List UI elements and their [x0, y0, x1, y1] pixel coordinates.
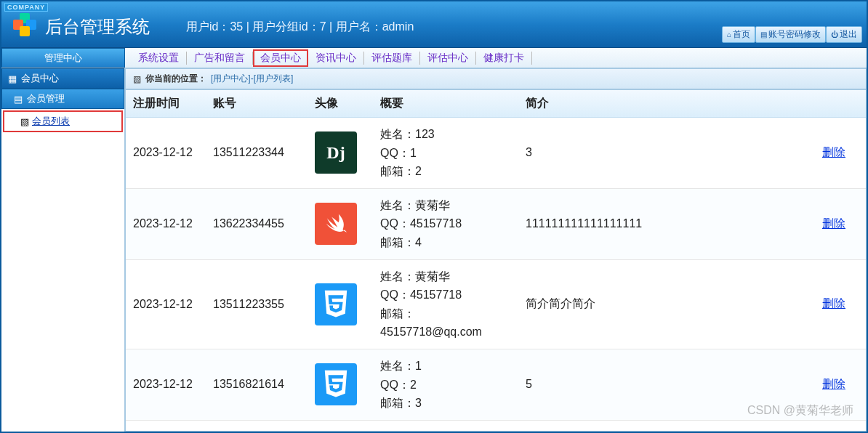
nav-left-label: 管理中心	[1, 48, 125, 68]
cell-action: 删除	[815, 420, 866, 432]
cell-account: 13622334455	[206, 188, 308, 259]
cell-action: 删除	[815, 349, 866, 420]
sidebar: ▦ 会员中心 ▤ 会员管理 ▧ 会员列表	[1, 68, 125, 432]
exit-button[interactable]: ⏻ 退出	[826, 26, 862, 43]
cell-account: 13516821614	[206, 349, 308, 420]
css-avatar-icon	[315, 283, 357, 325]
delete-link[interactable]: 删除	[822, 146, 845, 158]
css-avatar-icon	[315, 363, 357, 405]
cell-action: 删除	[815, 118, 866, 189]
cell-avatar	[308, 349, 373, 420]
col-5	[815, 90, 866, 118]
password-button[interactable]: ▤ 账号密码修改	[755, 26, 826, 43]
cell-time: 2023-12-12	[126, 349, 206, 420]
cell-time: 2023-12-12	[126, 259, 206, 349]
sidebar-group[interactable]: ▤ 会员管理	[1, 89, 124, 109]
cell-summary: 姓名：王五QQ：55555邮箱：555555@qq.com	[373, 420, 518, 432]
col-0: 注册时间	[126, 90, 206, 118]
nav-item-5[interactable]: 评估中心	[420, 52, 476, 65]
home-icon: ⌂	[727, 31, 731, 39]
breadcrumb-prefix: 你当前的位置：	[145, 73, 206, 85]
logo-icon	[13, 13, 36, 36]
nav-item-1[interactable]: 广告和留言	[187, 52, 253, 65]
dj-avatar-icon: Dj	[315, 131, 357, 174]
user-info: 用户id：35 | 用户分组id：7 | 用户名：admin	[186, 20, 414, 35]
top-actions: ⌂ 首页 ▤ 账号密码修改 ⏻ 退出	[722, 26, 862, 43]
cell-account: 13511223355	[206, 259, 308, 349]
cell-avatar	[308, 259, 373, 349]
cell-time: 2023-12-12	[126, 118, 206, 189]
cell-intro: 111111111111111111	[518, 188, 815, 259]
cell-time: 2023-12-12	[126, 420, 206, 432]
grid-icon: ▦	[8, 73, 17, 84]
cell-summary: 姓名：1QQ：2邮箱：3	[373, 349, 518, 420]
cell-avatar	[308, 188, 373, 259]
col-3: 概要	[373, 90, 518, 118]
delete-link[interactable]: 删除	[822, 378, 845, 390]
cell-account: 13511223344	[206, 118, 308, 189]
cell-avatar: Dj	[308, 118, 373, 189]
nav-item-6[interactable]: 健康打卡	[476, 52, 532, 65]
sidebar-group-label: 会员管理	[27, 92, 65, 105]
cell-summary: 姓名：黄菊华QQ：45157718邮箱：4	[373, 188, 518, 259]
home-label: 首页	[733, 28, 750, 41]
cell-account: 13911223344	[206, 420, 308, 432]
cell-time: 2023-12-12	[126, 188, 206, 259]
table-row: 2023-12-1213516821614姓名：1QQ：2邮箱：35删除	[126, 349, 866, 420]
nav-item-2[interactable]: 会员中心	[253, 49, 308, 67]
col-2: 头像	[308, 90, 373, 118]
cell-intro: 我的简介我的简介我的简介我的简介我的简介我的简介我的简介我的简介	[518, 420, 815, 432]
doc-icon: ▧	[133, 74, 141, 84]
list-icon: ▤	[760, 31, 767, 39]
app-title: 后台管理系统	[45, 15, 150, 39]
password-label: 账号密码修改	[768, 28, 821, 41]
member-table: 注册时间账号头像概要简介 2023-12-1213511223344Dj姓名：1…	[126, 90, 866, 432]
sidebar-leaf-label[interactable]: 会员列表	[32, 115, 70, 128]
cell-summary: 姓名：123QQ：1邮箱：2	[373, 118, 518, 189]
breadcrumb-location: [用户中心]-[用户列表]	[211, 73, 293, 85]
sidebar-item-member-list[interactable]: ▧ 会员列表	[3, 110, 123, 132]
cell-action: 删除	[815, 259, 866, 349]
sidebar-section-label: 会员中心	[21, 72, 59, 85]
cell-intro: 5	[518, 349, 815, 420]
nav-menu: 系统设置广告和留言会员中心资讯中心评估题库评估中心健康打卡	[125, 48, 867, 68]
doc-icon: ▧	[20, 116, 29, 127]
table-row: 2023-12-1213911223344姓名：王五QQ：55555邮箱：555…	[126, 420, 866, 432]
exit-label: 退出	[840, 28, 857, 41]
cell-action: 删除	[815, 188, 866, 259]
home-button[interactable]: ⌂ 首页	[722, 26, 755, 43]
swift-avatar-icon	[315, 203, 357, 245]
title-bar: COMPANY 后台管理系统 用户id：35 | 用户分组id：7 | 用户名：…	[1, 1, 867, 48]
col-1: 账号	[206, 90, 308, 118]
nav-row: 管理中心 系统设置广告和留言会员中心资讯中心评估题库评估中心健康打卡	[1, 48, 867, 68]
cell-avatar	[308, 420, 373, 432]
cell-summary: 姓名：黄菊华QQ：45157718邮箱：45157718@qq.com	[373, 259, 518, 349]
col-4: 简介	[518, 90, 815, 118]
list-icon: ▤	[14, 94, 23, 105]
delete-link[interactable]: 删除	[822, 297, 845, 309]
table-row: 2023-12-1213511223355姓名：黄菊华QQ：45157718邮箱…	[126, 259, 866, 349]
sidebar-section[interactable]: ▦ 会员中心	[1, 68, 124, 89]
power-icon: ⏻	[831, 31, 838, 39]
cell-intro: 3	[518, 118, 815, 189]
delete-link[interactable]: 删除	[822, 217, 845, 230]
company-tag: COMPANY	[4, 3, 48, 12]
table-row: 2023-12-1213622334455姓名：黄菊华QQ：45157718邮箱…	[126, 188, 866, 259]
nav-item-0[interactable]: 系统设置	[131, 52, 187, 65]
cell-intro: 简介简介简介	[518, 259, 815, 349]
table-row: 2023-12-1213511223344Dj姓名：123QQ：1邮箱：23删除	[126, 118, 866, 189]
breadcrumb: ▧ 你当前的位置： [用户中心]-[用户列表]	[125, 68, 867, 89]
nav-item-3[interactable]: 资讯中心	[308, 52, 364, 65]
nav-item-4[interactable]: 评估题库	[364, 52, 420, 65]
